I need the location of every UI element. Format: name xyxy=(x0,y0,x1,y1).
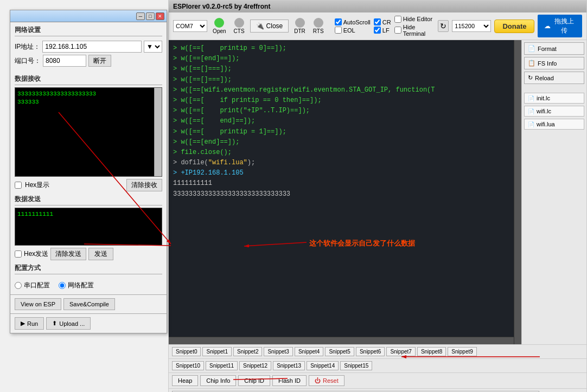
close-connection-button[interactable]: 🔌 Close xyxy=(250,20,289,33)
receive-scrollbar[interactable] xyxy=(154,88,162,176)
cts-button[interactable]: CTS xyxy=(232,17,247,35)
run-button[interactable]: ▶ Run xyxy=(15,317,44,330)
code-terminal-panel[interactable]: > w([==[ printip = 0]==]); > w([==[end]=… xyxy=(169,40,521,344)
code-line: > w([==[end]==]); xyxy=(173,54,517,64)
bottom-buttons-row2: ▶ Run ⬆ Upload ... xyxy=(10,313,167,333)
upload-button[interactable]: ⬆ Upload ... xyxy=(46,317,91,330)
config-section-label: 配置方式 xyxy=(15,264,162,274)
chip-id-button[interactable]: Chip ID xyxy=(238,375,270,386)
serial-options: AutoScroll EOL xyxy=(335,18,371,34)
right-panel: ESPlorer v0.2.0-rc5 by 4reffront COM7 Op… xyxy=(168,0,587,392)
snippet9-button[interactable]: Snippet9 xyxy=(448,347,476,356)
file-item-wifi-lua[interactable]: 📄 wifi.lua xyxy=(524,119,584,130)
snippet10-button[interactable]: Snippet10 xyxy=(172,361,204,370)
cr-option[interactable]: CR xyxy=(374,18,391,25)
send-section-label: 数据发送 xyxy=(15,195,162,205)
save-compile-button[interactable]: Save&Compile xyxy=(63,298,115,310)
code-line: 1111111111 xyxy=(173,178,517,189)
chip-info-button[interactable]: Chip Info xyxy=(200,375,236,386)
snippet8-button[interactable]: Snippet8 xyxy=(417,347,446,356)
lf-checkbox[interactable] xyxy=(374,27,381,34)
file-item-wifi-lc[interactable]: 📄 wifi.lc xyxy=(524,106,584,117)
eol-checkbox[interactable] xyxy=(335,27,342,34)
snippet3-button[interactable]: Snippet3 xyxy=(264,347,292,356)
disconnect-button[interactable]: 断开 xyxy=(88,55,111,67)
flash-id-button[interactable]: Flash ID xyxy=(272,375,307,386)
snippet1-button[interactable]: Snippet1 xyxy=(202,347,231,356)
rts-button[interactable]: RTS xyxy=(311,17,326,35)
snippet11-button[interactable]: Snippet11 xyxy=(206,361,238,370)
snippet5-button[interactable]: Snippet5 xyxy=(325,347,354,356)
ip-input[interactable] xyxy=(42,41,142,53)
cr-label: CR xyxy=(382,19,391,25)
upload-label: Upload ... xyxy=(59,320,85,327)
snippet15-button[interactable]: Snippet15 xyxy=(340,361,372,370)
maximize-button[interactable]: □ xyxy=(146,12,155,20)
network-config-radio[interactable] xyxy=(59,282,66,289)
serial-config-radio[interactable] xyxy=(15,282,22,289)
port-input[interactable] xyxy=(43,55,86,67)
ip-label: IP地址： xyxy=(15,42,40,52)
snippet6-button[interactable]: Snippet6 xyxy=(356,347,385,356)
code-line: 333333333333333333333333333333 xyxy=(173,189,517,200)
com-port-select[interactable]: COM7 xyxy=(173,20,207,32)
bottom-buttons-row1: View on ESP Save&Compile xyxy=(10,294,167,313)
cr-checkbox[interactable] xyxy=(374,18,381,25)
sidebar-spacer xyxy=(524,86,584,91)
view-on-esp-button[interactable]: View on ESP xyxy=(15,298,61,310)
hex-send-label: Hex发送 xyxy=(24,249,48,259)
ip-row: IP地址： ▼ xyxy=(15,41,162,53)
close-button[interactable]: ✕ xyxy=(156,12,164,20)
eol-option[interactable]: EOL xyxy=(335,27,371,34)
snippet0-button[interactable]: Snippet0 xyxy=(172,347,201,356)
autoscroll-checkbox[interactable] xyxy=(335,18,342,25)
hide-terminal-checkbox[interactable] xyxy=(394,27,401,34)
snippet7-button[interactable]: Snippet7 xyxy=(386,347,415,356)
hide-terminal-option[interactable]: Hide Terminal xyxy=(394,24,435,37)
serial-config-option[interactable]: 串口配置 xyxy=(15,281,50,290)
dtr-button[interactable]: DTR xyxy=(292,17,308,35)
file-item-init[interactable]: 📄 init.lc xyxy=(524,93,584,104)
bottom-input-row: ← ⇒ Send xyxy=(169,388,586,392)
ip-dropdown[interactable]: ▼ xyxy=(144,41,162,53)
snippet13-button[interactable]: Snippet13 xyxy=(273,361,305,370)
open-button[interactable]: Open xyxy=(210,17,228,35)
code-scrollbar-v[interactable] xyxy=(514,40,521,344)
drag-upload-button[interactable]: ☁ 拖拽上传 xyxy=(538,15,582,37)
snippet14-button[interactable]: Snippet14 xyxy=(307,361,339,370)
hex-send-checkbox[interactable] xyxy=(15,250,22,258)
cts-label: CTS xyxy=(234,28,245,34)
code-content: > w([==[ printip = 0]==]); > w([==[end]=… xyxy=(169,40,521,344)
minimize-button[interactable]: ─ xyxy=(136,12,145,20)
snippet2-button[interactable]: Snippet2 xyxy=(233,347,262,356)
reload-button[interactable]: ↻ Reload xyxy=(524,72,584,84)
app-title: ESPlorer v0.2.0-rc5 by 4reffront xyxy=(173,3,270,10)
hide-editor-option[interactable]: Hide Editor xyxy=(394,16,435,23)
send-button[interactable]: 发送 xyxy=(88,248,113,260)
config-section: 串口配置 网络配置 xyxy=(10,277,167,294)
network-config-option[interactable]: 网络配置 xyxy=(59,281,94,290)
hex-display-checkbox[interactable] xyxy=(15,182,22,189)
heap-button[interactable]: Heap xyxy=(172,375,198,386)
reset-button[interactable]: ⏻ Reset xyxy=(309,375,344,386)
cts-status-icon xyxy=(234,18,244,28)
clear-receive-button[interactable]: 清除接收 xyxy=(126,179,162,191)
snippet12-button[interactable]: Snippet12 xyxy=(239,361,271,370)
refresh-button[interactable]: ↻ xyxy=(438,20,449,32)
code-line: > w([==[ end]==]); xyxy=(173,116,517,126)
code-line: > file.close(); xyxy=(173,147,517,158)
fs-info-button[interactable]: 📋 FS Info xyxy=(524,57,584,69)
donate-button[interactable]: Donate xyxy=(494,20,534,33)
clear-send-button[interactable]: 清除发送 xyxy=(50,248,86,260)
hide-editor-checkbox[interactable] xyxy=(394,16,401,23)
baud-rate-select[interactable]: 115200 xyxy=(452,20,491,32)
config-radio-row: 串口配置 网络配置 xyxy=(15,281,162,290)
snippet4-button[interactable]: Snippet4 xyxy=(295,347,323,356)
file-icon: 📄 xyxy=(528,95,534,101)
code-scrollbar-h[interactable] xyxy=(169,337,514,344)
code-line: > w([==[ print("+IP"..T.IP)==]); xyxy=(173,106,517,116)
format-button[interactable]: 📄 Format xyxy=(524,42,584,55)
lf-option[interactable]: LF xyxy=(374,27,391,34)
autoscroll-option[interactable]: AutoScroll xyxy=(335,18,371,25)
cloud-icon: ☁ xyxy=(544,22,551,30)
